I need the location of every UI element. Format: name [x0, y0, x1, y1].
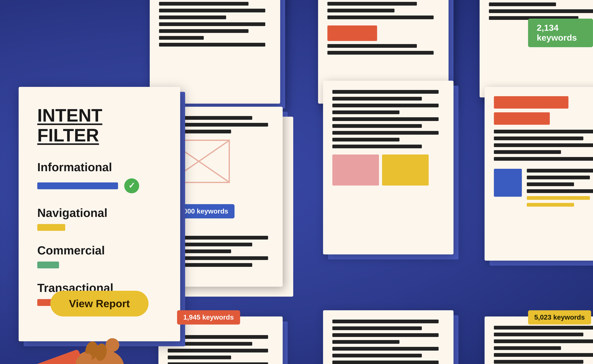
intent-filter-title: INTENT FILTER — [37, 105, 161, 145]
doc-bot-center — [323, 310, 453, 364]
svg-point-3 — [106, 338, 119, 352]
check-circle-informational: ✓ — [124, 178, 139, 193]
badge-5023-text: 5,023 keywords — [534, 313, 585, 321]
badge-1945-keywords: 1,945 keywords — [177, 310, 240, 325]
filter-bar-navigational — [37, 224, 65, 231]
filter-label-navigational: Navigational — [37, 206, 161, 220]
filter-bar-commercial — [37, 261, 59, 268]
filter-bar-row-commercial — [37, 261, 161, 268]
filter-bar-informational — [37, 182, 118, 189]
hand-pointing — [34, 295, 152, 364]
badge-2134-text: 2,134 keywords — [537, 23, 577, 43]
filter-bar-row-informational: ✓ — [37, 178, 161, 193]
main-scene: 2,134 keywords 55,000 keywords — [0, 0, 593, 364]
hand-svg — [34, 295, 152, 364]
filter-item-commercial: Commercial — [37, 244, 161, 268]
filter-bar-row-navigational — [37, 224, 161, 231]
badge-2134-keywords: 2,134 keywords — [528, 19, 593, 47]
badge-1945-text: 1,945 keywords — [183, 313, 234, 321]
badge-5023-keywords: 5,023 keywords — [528, 310, 591, 325]
filter-label-commercial: Commercial — [37, 244, 161, 257]
filter-label-informational: Informational — [37, 161, 161, 174]
doc-mid-center — [323, 81, 453, 254]
filter-item-informational: Informational ✓ — [37, 161, 161, 193]
filter-item-navigational: Navigational — [37, 206, 161, 231]
scene-content: 2,134 keywords 55,000 keywords — [0, 0, 593, 364]
doc-mid-right — [485, 87, 593, 261]
doc-top-farright — [480, 0, 593, 98]
